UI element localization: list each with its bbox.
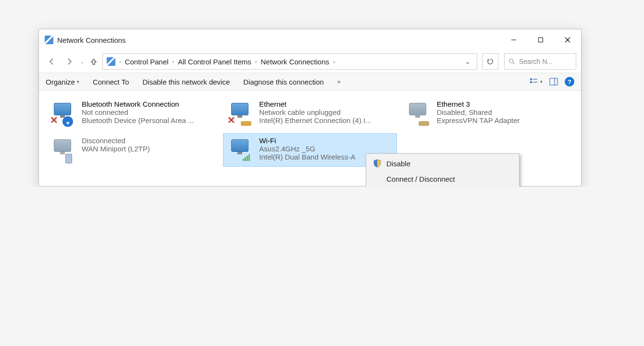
- ethernet-cable-icon: [419, 121, 429, 126]
- ctx-connect-disconnect[interactable]: Connect / Disconnect: [366, 171, 519, 186]
- connections-grid: ✕ ⁎ Bluetooth Network Connection Not con…: [39, 91, 581, 186]
- organize-menu[interactable]: Organize ▾: [46, 78, 79, 86]
- chevron-right-icon: ›: [172, 59, 175, 64]
- toolbar-overflow[interactable]: »: [337, 78, 341, 85]
- connection-status: Not connected: [82, 108, 215, 116]
- connection-status: Asus2.4GHz _5G: [259, 145, 392, 153]
- vpn-icon: [65, 154, 72, 163]
- diagnose-button[interactable]: Diagnose this connection: [243, 78, 324, 86]
- connection-name: Wi-Fi: [259, 136, 392, 145]
- connection-icon: ✕: [227, 100, 254, 127]
- ctx-disable[interactable]: Disable: [366, 156, 519, 171]
- bluetooth-icon: ⁎: [62, 116, 73, 127]
- refresh-button[interactable]: [482, 53, 498, 70]
- connection-driver: WAN Miniport (L2TP): [82, 145, 215, 153]
- connection-icon: [227, 136, 254, 163]
- chevron-right-icon: ›: [254, 59, 258, 64]
- breadcrumb[interactable]: › Control Panel › All Control Panel Item…: [102, 53, 477, 70]
- connection-name: Ethernet 3: [437, 100, 570, 108]
- recent-dropdown[interactable]: ⌄: [79, 59, 85, 64]
- breadcrumb-expand[interactable]: ⌄: [465, 57, 473, 66]
- connection-icon: ✕ ⁎: [50, 100, 77, 127]
- context-menu: Disable Connect / Disconnect Status Diag…: [366, 153, 520, 186]
- chevron-down-icon: ▾: [77, 79, 79, 84]
- connection-item-vpn[interactable]: Disconnected WAN Miniport (L2TP): [46, 133, 219, 167]
- disconnected-x-icon: ✕: [227, 114, 235, 126]
- connection-name: Bluetooth Network Connection: [82, 100, 215, 108]
- disconnected-x-icon: ✕: [50, 114, 58, 126]
- connection-driver: Intel(R) Ethernet Connection (4) I...: [259, 116, 392, 124]
- svg-line-5: [513, 62, 515, 64]
- address-bar: ⌄ › Control Panel › All Control Panel It…: [39, 50, 581, 73]
- breadcrumb-item[interactable]: Control Panel: [125, 58, 169, 66]
- minimize-button[interactable]: [500, 29, 527, 50]
- search-input[interactable]: Search N...: [504, 53, 576, 70]
- connection-icon: [405, 100, 432, 127]
- connection-name: Ethernet: [259, 100, 392, 108]
- view-options-button[interactable]: ▾: [530, 77, 543, 86]
- breadcrumb-item[interactable]: Network Connections: [260, 58, 329, 66]
- connection-item-ethernet3[interactable]: Ethernet 3 Disabled, Shared ExpressVPN T…: [401, 97, 574, 130]
- view-list-icon: [530, 77, 538, 86]
- close-button[interactable]: [554, 29, 581, 50]
- connect-to-button[interactable]: Connect To: [93, 78, 129, 86]
- ethernet-cable-icon: [241, 121, 251, 126]
- maximize-button[interactable]: [527, 29, 554, 50]
- search-icon: [508, 58, 515, 65]
- chevron-right-icon: ›: [332, 59, 336, 64]
- shield-icon: [373, 159, 382, 168]
- connection-driver: ExpressVPN TAP Adapter: [437, 116, 570, 124]
- connection-driver: Bluetooth Device (Personal Area ...: [82, 116, 215, 124]
- svg-rect-1: [539, 38, 543, 42]
- chevron-down-icon: ▾: [540, 79, 543, 84]
- window-icon: [45, 36, 53, 44]
- chevron-right-icon: ›: [118, 59, 122, 64]
- forward-button[interactable]: [62, 54, 76, 69]
- connection-status: Network cable unplugged: [259, 108, 392, 116]
- connection-item-bluetooth[interactable]: ✕ ⁎ Bluetooth Network Connection Not con…: [46, 97, 219, 130]
- connection-icon: [50, 136, 77, 163]
- back-button[interactable]: [45, 54, 59, 69]
- window-controls: [500, 29, 581, 50]
- connection-status: Disabled, Shared: [437, 108, 570, 116]
- connection-item-ethernet[interactable]: ✕ Ethernet Network cable unplugged Intel…: [223, 97, 396, 130]
- connection-status: Disconnected: [82, 136, 215, 145]
- window-title: Network Connections: [57, 36, 126, 44]
- disable-device-button[interactable]: Disable this network device: [142, 78, 230, 86]
- svg-rect-6: [530, 78, 532, 80]
- titlebar: Network Connections: [39, 29, 581, 50]
- wifi-signal-icon: [243, 154, 250, 162]
- svg-rect-7: [530, 81, 532, 83]
- toolbar: Organize ▾ Connect To Disable this netwo…: [39, 73, 581, 91]
- network-connections-window: Network Connections ⌄ › Control: [38, 29, 582, 186]
- up-button[interactable]: [88, 56, 99, 67]
- breadcrumb-item[interactable]: All Control Panel Items: [178, 58, 251, 66]
- svg-rect-10: [550, 78, 557, 85]
- search-placeholder: Search N...: [519, 58, 553, 65]
- preview-pane-icon[interactable]: [549, 77, 558, 86]
- help-button[interactable]: ?: [565, 77, 574, 86]
- svg-point-4: [509, 59, 513, 63]
- location-icon: [107, 57, 115, 66]
